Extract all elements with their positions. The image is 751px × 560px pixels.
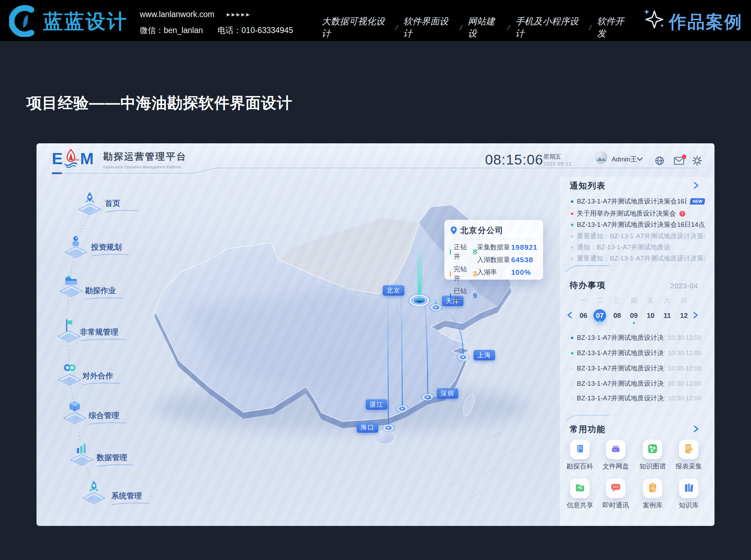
fn-info-sharing[interactable] xyxy=(570,479,590,498)
globe-icon[interactable] xyxy=(655,156,664,166)
fn-label: 文件网盘 xyxy=(598,462,634,471)
service-item[interactable]: 大数据可视化设计 xyxy=(322,15,390,40)
platform-title: 勘探运营管理平台 xyxy=(103,150,187,163)
notification-item[interactable]: 重要通知：BZ-13-1-A7井测试地质设计决策会16日14... xyxy=(571,254,705,263)
stat-lake-volume: 入湖数据量 64538 xyxy=(477,255,538,264)
service-item[interactable]: 网站建设 xyxy=(468,15,502,40)
site-logo-text: 蓝蓝设计 xyxy=(43,8,128,35)
calendar-day[interactable]: 06 xyxy=(577,309,590,322)
calendar-day[interactable]: 10 xyxy=(644,309,657,322)
quick-functions-more-icon[interactable] xyxy=(693,425,699,433)
cnooc-torch-icon: CNOOC xyxy=(63,148,79,168)
notification-item[interactable]: 通知：BZ-13-1-A7井测试地质设 xyxy=(571,243,705,252)
stat-drilling: 正钻井 8 xyxy=(450,243,477,261)
chat-icon xyxy=(610,482,621,495)
todo-item[interactable]: BZ-13-1-A7井测试地质设计决策会... 10:30-12:00 xyxy=(571,333,701,342)
stat-lake-rate: 入湖率 100% xyxy=(477,268,538,277)
branch-title: 北京分公司 xyxy=(460,225,504,236)
notification-item[interactable]: BZ-13-1-A7井测试地质设计决策会16日14点开始！ xyxy=(571,220,705,229)
city-chip-haikou[interactable]: 海口 xyxy=(357,422,378,433)
folder-platform-icon xyxy=(58,273,84,297)
sidebar-label-unconventional[interactable]: 非常规管理 xyxy=(80,327,126,342)
rocket-platform-icon xyxy=(76,191,103,216)
sidebar-label-investment[interactable]: 投资规划 xyxy=(91,242,129,257)
weekday-label: 日 xyxy=(679,296,689,305)
service-item[interactable]: 软件界面设计 xyxy=(403,15,455,40)
fn-label: 报表采集 xyxy=(671,462,707,471)
sidebar-item-system[interactable] xyxy=(81,480,107,506)
site-url[interactable]: www.lanlanwork.com xyxy=(140,10,215,19)
service-item[interactable]: 手机及小程序设计 xyxy=(515,15,584,40)
city-chip-shenzhen[interactable]: 深圳 xyxy=(437,388,458,399)
new-badge: NEW xyxy=(690,198,705,205)
fn-knowledge-base[interactable] xyxy=(679,479,698,498)
calendar-prev-icon[interactable] xyxy=(567,311,572,319)
calendar-day[interactable]: 11 xyxy=(661,309,673,322)
weekday-label: 三 xyxy=(612,296,622,305)
user-name[interactable]: Admin王 xyxy=(612,155,637,164)
fn-encyclopedia[interactable] xyxy=(570,440,590,459)
calendar-day[interactable]: 08 xyxy=(611,309,623,322)
fn-label: 即时通讯 xyxy=(598,501,634,510)
sidebar-label-operations[interactable]: 勘探作业 xyxy=(85,286,123,300)
stat-collected: 采集数据量 198921 xyxy=(477,243,538,252)
calendar-month: 2023-04 xyxy=(663,282,698,290)
alert-badge: ! xyxy=(679,211,685,217)
sidebar-item-cooperation[interactable] xyxy=(56,362,83,387)
service-item[interactable]: 软件开发 xyxy=(597,15,631,40)
fn-report-collection[interactable] xyxy=(679,440,698,459)
sidebar-label-home[interactable]: 首页 xyxy=(105,198,138,213)
sidebar-item-unconventional[interactable] xyxy=(56,318,82,344)
calendar-next-icon[interactable] xyxy=(693,311,698,319)
wechat-label: 微信：ben_lanlan xyxy=(140,25,203,36)
sidebar-item-comprehensive[interactable] xyxy=(62,400,88,426)
sidebar-item-investment[interactable] xyxy=(63,234,89,260)
city-chip-zhanjiang[interactable]: 湛江 xyxy=(366,399,387,410)
fn-case-library[interactable] xyxy=(643,479,662,498)
folder-share-icon xyxy=(574,482,586,495)
weekday-label: 四 xyxy=(629,296,639,305)
calendar-day[interactable]: 09 xyxy=(628,309,640,322)
city-chip-beijing[interactable]: 北京 xyxy=(383,285,404,296)
todo-item[interactable]: BZ-13-1-A7井测试地质设计决策会 10:30-12:00 xyxy=(571,364,701,373)
box-platform-icon xyxy=(62,400,88,424)
graph-icon xyxy=(647,443,658,456)
fn-knowledge-graph[interactable] xyxy=(643,440,662,459)
chevron-down-icon[interactable] xyxy=(637,157,643,161)
sparkle-icon xyxy=(642,8,665,31)
fn-label: 知识库 xyxy=(671,501,707,510)
pin-icon xyxy=(451,226,457,234)
notifications-title: 通知列表 xyxy=(570,180,606,191)
notifications-more-icon[interactable] xyxy=(693,182,699,189)
notification-item[interactable]: 重要通知：BZ-13-1-A7井测试地质设计决策会16日14... xyxy=(571,232,705,241)
sidebar-item-exploration[interactable] xyxy=(58,273,84,299)
links-platform-icon xyxy=(56,362,83,386)
sidebar-item-home[interactable] xyxy=(76,191,103,217)
city-chip-shanghai[interactable]: 上海 xyxy=(474,350,495,360)
notification-item[interactable]: 关于用举办井测试地质设计决策会 ! xyxy=(571,209,705,218)
date: 2022-09-12 xyxy=(543,161,572,167)
sidebar-label-system[interactable]: 系统管理 xyxy=(111,491,150,505)
avatar[interactable] xyxy=(595,151,607,164)
todo-item[interactable]: BZ-13-1-A7井测试地质设计决策会... 10:30-12:00 xyxy=(571,349,701,358)
weekday-label: 五 xyxy=(645,296,656,305)
portfolio-label[interactable]: 作品案例 xyxy=(669,10,743,34)
notification-item[interactable]: BZ-13-1-A7井测试地质设计决策会16日14点开始 NEW xyxy=(571,197,705,206)
fn-file-drive[interactable] xyxy=(606,440,625,459)
astronaut-platform-icon xyxy=(63,234,89,258)
fn-instant-messaging[interactable] xyxy=(606,479,625,498)
fn-label: 信息共享 xyxy=(562,501,598,510)
sidebar-label-comprehensive[interactable]: 综合管理 xyxy=(89,410,127,425)
url-arrows-icon: ▶▶▶▶▶ xyxy=(227,12,251,17)
beijing-marker xyxy=(407,294,431,307)
todo-item[interactable]: BZ-13-1-A7井测试地质设计决策会 10:30-12:00 xyxy=(571,394,701,403)
sidebar-label-data[interactable]: 数据管理 xyxy=(97,453,135,467)
page: 蓝蓝设计 www.lanlanwork.com ▶▶▶▶▶ 微信：ben_lan… xyxy=(0,0,751,560)
calendar-day[interactable]: 12 xyxy=(678,309,690,322)
weekday-label: 六 xyxy=(662,296,672,305)
sidebar-label-cooperation[interactable]: 对外合作 xyxy=(82,371,121,385)
gear-icon[interactable] xyxy=(692,156,702,166)
sidebar-item-data[interactable] xyxy=(68,442,95,467)
todo-item[interactable]: BZ-13-1-A7井测试地质设计决策会 10:30-12:00 xyxy=(571,379,701,388)
stat-drilled: 已钻井 9 xyxy=(450,287,477,305)
